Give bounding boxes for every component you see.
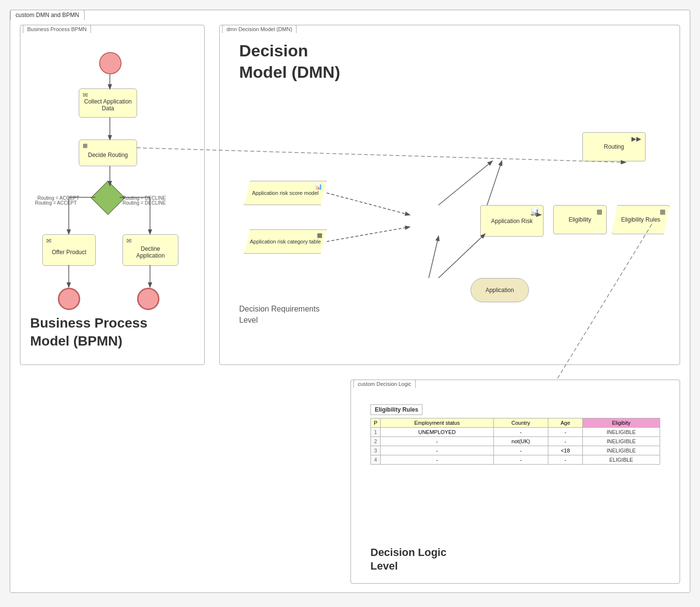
svg-line-8 — [438, 234, 485, 278]
decide-routing-label: Decide Routing — [88, 152, 128, 158]
col-country: Country — [493, 418, 548, 428]
task-icon-decide: ▦ — [83, 142, 88, 149]
task-icon-decline: ✉ — [126, 237, 132, 244]
row-p: 4 — [371, 455, 381, 465]
row-eligibility: INELIGIBLE — [582, 437, 660, 446]
row-country: - — [493, 455, 548, 465]
routing-decision[interactable]: ▶▶ Routing — [582, 132, 646, 161]
table-row: 4 - - - ELIGIBLE — [371, 455, 660, 465]
risk-cat-icon: ▦ — [317, 232, 322, 239]
row-age: - — [548, 428, 582, 437]
risk-score-label: Application risk score model — [252, 190, 319, 196]
routing-label: Routing — [604, 143, 624, 150]
task-icon-collect: ✉ — [83, 91, 88, 99]
col-age: Age — [548, 418, 582, 428]
collect-task-label: Collect Application Data — [82, 98, 134, 112]
row-employment: - — [381, 437, 493, 446]
bpmn-title: Business Process Model (BPMN) — [30, 314, 147, 350]
eligibility-table-section: Eligibility Rules P Employment status Co… — [370, 404, 660, 465]
task-icon-offer: ✉ — [46, 237, 52, 244]
dl-title-line1: Decision Logic — [370, 546, 446, 558]
bpmn-end-event-1 — [58, 288, 80, 310]
decision-logic-title: Decision Logic Level — [370, 546, 446, 573]
dl-title-line2: Level — [370, 560, 398, 572]
svg-line-5 — [438, 161, 492, 205]
offer-product-task[interactable]: ✉ Offer Product — [42, 234, 96, 266]
row-country: - — [493, 428, 548, 437]
svg-line-7 — [429, 237, 438, 278]
svg-line-9 — [327, 193, 409, 215]
row-employment: UNEMPLOYED — [381, 428, 493, 437]
bpmn-gateway — [91, 181, 125, 215]
dmn-sublabel-line2: Level — [239, 316, 258, 324]
row-p: 1 — [371, 428, 381, 437]
table-row: 1 UNEMPLOYED - - INELIGIBLE — [371, 428, 660, 437]
decline-application-label: Decline Application — [126, 245, 175, 259]
bpmn-title-line2: Model (BPMN) — [30, 333, 122, 348]
svg-line-10 — [327, 227, 409, 242]
row-eligibility: INELIGIBLE — [582, 446, 660, 455]
row-employment: - — [381, 446, 493, 455]
eligibility-label: Eligibility — [569, 216, 592, 223]
row-age: - — [548, 437, 582, 446]
offer-product-label: Offer Product — [52, 249, 86, 256]
bpmn-panel-label: Business Process BPMN — [23, 25, 91, 33]
table-row: 3 - - <18 INELIGIBLE — [371, 446, 660, 455]
dmn-panel-label: dmn Decision Model (DMN) — [222, 25, 297, 33]
eligibility-rules-knowledge[interactable]: ▦ Eligibility Rules — [612, 205, 670, 234]
row-p: 2 — [371, 437, 381, 446]
decide-routing-task[interactable]: ▦ Decide Routing — [79, 139, 137, 166]
eligibility-rules-table: P Employment status Country Age Eligibit… — [370, 418, 660, 465]
main-tab-label[interactable]: custom DMN and BPMN — [10, 10, 85, 20]
routing-accept-label: Routing = ACCEPT — [35, 200, 77, 206]
application-input[interactable]: Application — [471, 278, 529, 302]
bpmn-title-line1: Business Process — [30, 315, 147, 330]
dmn-panel: dmn Decision Model (DMN) Decision Model … — [219, 25, 680, 365]
table-row: 2 - not(UK) - INELIGIBLE — [371, 437, 660, 446]
collect-application-task[interactable]: ✉ Collect Application Data — [79, 88, 137, 118]
row-age: - — [548, 455, 582, 465]
eligibility-rules-table-title: Eligibility Rules — [370, 404, 422, 415]
col-p: P — [371, 418, 381, 428]
routing-icon: ▶▶ — [631, 135, 641, 142]
eligibility-icon: ▦ — [596, 208, 602, 215]
dmn-title: Decision Model (DMN) — [239, 40, 340, 83]
row-eligibility: ELIGIBLE — [582, 455, 660, 465]
decision-logic-panel: custom Decision Logic Eligibility Rules … — [350, 380, 680, 584]
bpmn-end-event-2 — [137, 288, 159, 310]
row-p: 3 — [371, 446, 381, 455]
main-container: custom DMN and BPMN Business Process BPM… — [10, 10, 690, 593]
bpmn-start-event — [99, 52, 122, 74]
dmn-title-line2: Model (DMN) — [239, 63, 340, 81]
decline-application-task[interactable]: ✉ Decline Application — [122, 234, 178, 266]
col-eligibility: Eligibity — [582, 418, 660, 428]
eligibility-rules-label: Eligibility Rules — [621, 216, 661, 223]
row-employment: - — [381, 455, 493, 465]
row-country: not(UK) — [493, 437, 548, 446]
routing-decline-text: Routing = DECLINE — [122, 195, 166, 201]
risk-score-model[interactable]: 📊 Application risk score model — [244, 181, 327, 205]
row-eligibility: INELIGIBLE — [582, 428, 660, 437]
dmn-sublabel: Decision Requirements Level — [239, 304, 319, 326]
risk-score-icon: 📊 — [315, 183, 322, 190]
decision-logic-panel-label: custom Decision Logic — [353, 380, 416, 388]
row-country: - — [493, 446, 548, 455]
eligibility-rules-icon: ▦ — [660, 208, 665, 215]
row-age: <18 — [548, 446, 582, 455]
bpmn-panel: Business Process BPMN ✉ Collect Applicat… — [20, 25, 205, 365]
app-risk-icon: 📊 — [531, 208, 539, 216]
application-risk-decision[interactable]: 📊 Application Risk — [480, 205, 543, 237]
svg-line-6 — [487, 161, 502, 205]
app-risk-label: Application Risk — [491, 218, 532, 225]
routing-decline-label: Routing = DECLINE — [122, 200, 166, 206]
col-employment: Employment status — [381, 418, 493, 428]
risk-category-label: Application risk category table — [250, 239, 321, 244]
application-label: Application — [486, 287, 514, 294]
risk-category-table[interactable]: ▦ Application risk category table — [244, 229, 327, 254]
eligibility-decision[interactable]: ▦ Eligibility — [553, 205, 607, 234]
routing-accept-text: Routing = ACCEPT — [37, 195, 79, 201]
dmn-sublabel-line1: Decision Requirements — [239, 305, 319, 313]
dmn-title-line1: Decision — [239, 41, 308, 60]
